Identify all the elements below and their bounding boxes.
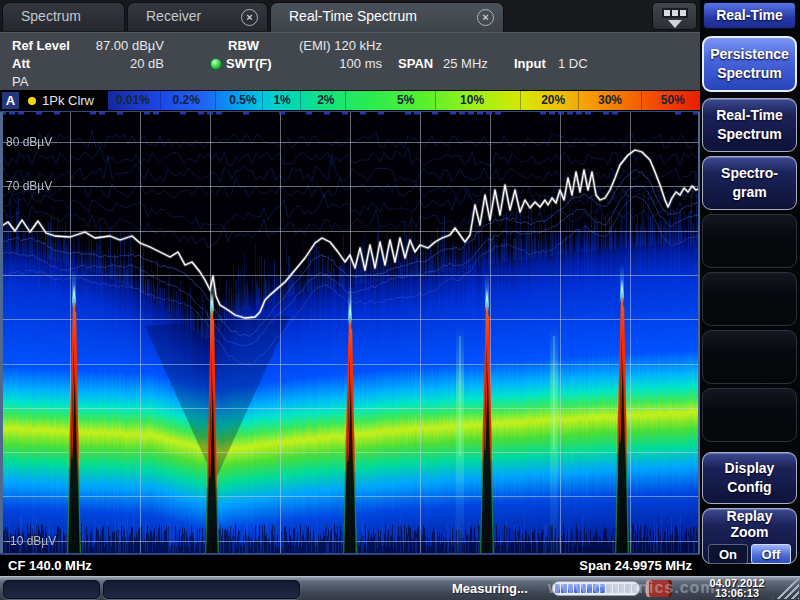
time-label: 13:06:13: [704, 588, 770, 598]
tab-bar: Spectrum Receiver × Real-Time Spectrum ×: [0, 0, 700, 32]
rbw-label: RBW: [228, 38, 259, 53]
rbw-value[interactable]: (EMI) 120 kHz: [286, 38, 382, 53]
window-tiles-icon: [662, 8, 688, 18]
softkey-persistence-spectrum[interactable]: Persistence Spectrum: [702, 36, 797, 92]
progress-segment: [600, 584, 605, 593]
window-list-button[interactable]: [652, 2, 697, 30]
tab-spectrum-label: Spectrum: [21, 8, 81, 24]
sweep-status-led-icon: [210, 58, 222, 70]
close-icon[interactable]: ×: [241, 9, 258, 26]
spectrum-analyzer-screen: Spectrum Receiver × Real-Time Spectrum ×…: [0, 0, 800, 600]
close-icon[interactable]: ×: [477, 9, 494, 26]
frequency-footer: CF 140.0 MHz Span 24.9975 MHz: [0, 554, 700, 576]
progress-segment: [574, 584, 579, 593]
progress-segment: [593, 584, 598, 593]
progress-segment: [568, 584, 573, 593]
span-label: SPAN: [398, 56, 433, 71]
progress-segment: [606, 584, 611, 593]
settings-header: Ref Level 87.00 dBµV RBW (EMI) 120 kHz A…: [0, 32, 700, 90]
status-bar: Measuring...: [0, 576, 800, 600]
softkey-sidebar: Real-Time Persistence Spectrum Real-Time…: [700, 0, 800, 576]
tab-realtime-spectrum-label: Real-Time Spectrum: [289, 8, 417, 24]
scale-label: 0.2%: [172, 93, 199, 107]
softkey-label: Replay: [703, 508, 796, 524]
menu-title: Real-Time: [703, 2, 796, 29]
scale-label: 2%: [317, 93, 334, 107]
softkey-empty: [702, 330, 797, 384]
softkey-label: Spectrum: [703, 125, 796, 144]
tab-receiver-label: Receiver: [146, 8, 201, 24]
scale-label: 30%: [598, 93, 622, 107]
scale-label: 5%: [397, 93, 414, 107]
softkey-label: Spectro-: [703, 164, 796, 183]
date-time: 04.07.2012 13:06:13: [704, 578, 770, 598]
softkey-label: Persistence: [704, 45, 795, 64]
replay-zoom-toggle: On Off: [708, 544, 791, 564]
softkey-spectrogram[interactable]: Spectro- gram: [702, 156, 797, 210]
softkey-label: Zoom: [703, 524, 796, 540]
progress-segment: [625, 584, 630, 593]
span-readout[interactable]: Span 24.9975 MHz: [579, 558, 692, 573]
softkey-label: Spectrum: [704, 64, 795, 83]
softkey-label: Real-Time: [703, 106, 796, 125]
persistence-color-scale: 0.01% 0.2% 0.5% 1% 2% 5% 10% 20% 30% 50%: [108, 91, 700, 110]
softkey-replay-zoom[interactable]: Replay Zoom On Off: [702, 508, 797, 564]
scale-label: 0.01%: [116, 93, 150, 107]
scale-label: 1%: [273, 93, 290, 107]
scale-label: 0.5%: [229, 93, 256, 107]
input-label: Input: [514, 56, 546, 71]
scale-label: 20%: [541, 93, 565, 107]
tab-receiver[interactable]: Receiver ×: [127, 2, 268, 31]
span-value[interactable]: 25 MHz: [443, 56, 488, 71]
trace-and-scale-bar: A 1Pk Clrw 0.01% 0.2% 0.5% 1% 2% 5% 10% …: [0, 90, 700, 111]
input-value[interactable]: 1 DC: [558, 56, 588, 71]
spectrum-window: A 1Pk Clrw 0.01% 0.2% 0.5% 1% 2% 5% 10% …: [0, 90, 700, 576]
replay-zoom-on-button[interactable]: On: [708, 544, 748, 564]
softkey-empty: [702, 272, 797, 326]
att-label: Att: [12, 56, 30, 71]
preamp-indicator: PA: [12, 74, 28, 89]
softkey-realtime-spectrum[interactable]: Real-Time Spectrum: [702, 98, 797, 152]
progress-segment: [613, 584, 618, 593]
measuring-status: Measuring...: [452, 581, 528, 596]
softkey-label: Display: [703, 459, 796, 478]
persistence-spectrum-display[interactable]: [0, 111, 700, 554]
softkey-empty: [702, 388, 797, 442]
softkey-display-config[interactable]: Display Config: [702, 452, 797, 504]
softkey-label: gram: [703, 183, 796, 202]
status-slot: [3, 580, 100, 599]
tab-realtime-spectrum[interactable]: Real-Time Spectrum ×: [270, 2, 504, 33]
trace-label[interactable]: 1Pk Clrw: [42, 93, 94, 108]
progress-segment: [581, 584, 586, 593]
window-letter-badge: A: [2, 92, 19, 109]
swt-value[interactable]: 100 ms: [286, 56, 382, 71]
replay-zoom-off-button[interactable]: Off: [751, 544, 791, 564]
progress-segment: [555, 584, 560, 593]
scale-label: 50%: [661, 93, 685, 107]
softkey-label: Config: [703, 478, 796, 497]
ref-level-value[interactable]: 87.00 dBµV: [84, 38, 164, 53]
status-slot: [103, 580, 300, 599]
swt-label: SWT(F): [226, 56, 271, 71]
trace-marker-icon: [28, 97, 36, 105]
progress-segment: [632, 584, 637, 593]
softkey-empty: [702, 214, 797, 268]
scale-label: 10%: [460, 93, 484, 107]
ref-level-label: Ref Level: [12, 38, 70, 53]
chevron-down-icon: [668, 20, 682, 28]
att-value[interactable]: 20 dB: [84, 56, 164, 71]
center-frequency-readout[interactable]: CF 140.0 MHz: [8, 558, 92, 573]
progress-segment: [561, 584, 566, 593]
watermark-logo: [646, 580, 672, 597]
progress-bar: [552, 581, 640, 596]
progress-segment: [587, 584, 592, 593]
progress-segment: [619, 584, 624, 593]
tab-spectrum[interactable]: Spectrum: [2, 2, 125, 31]
